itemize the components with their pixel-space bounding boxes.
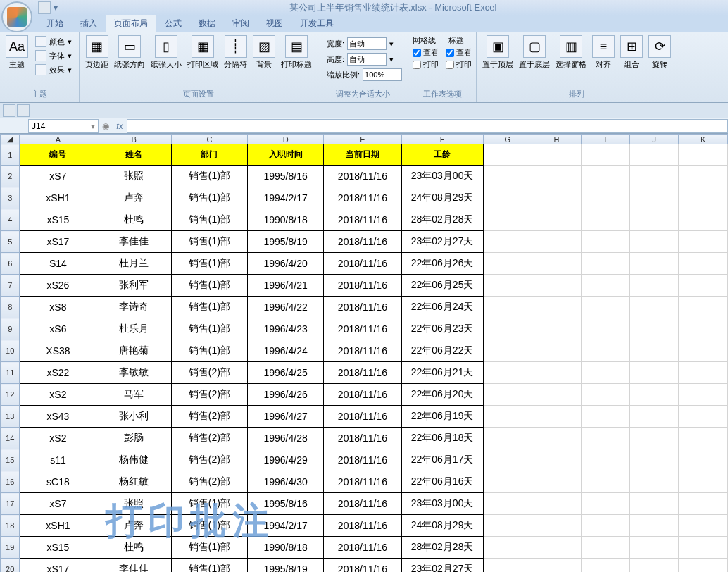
row-header[interactable]: 9 bbox=[1, 318, 20, 340]
bring-front-button[interactable]: ▣置于顶层 bbox=[479, 34, 516, 71]
cell[interactable]: 2018/11/16 bbox=[324, 559, 401, 573]
cell[interactable]: 李佳佳 bbox=[96, 559, 171, 573]
cell[interactable]: 销售(1)部 bbox=[171, 537, 247, 559]
cell[interactable] bbox=[629, 537, 678, 559]
tab-formulas[interactable]: 公式 bbox=[156, 15, 190, 32]
tab-data[interactable]: 数据 bbox=[190, 15, 224, 32]
cell[interactable]: 24年08月29天 bbox=[401, 515, 483, 537]
cell[interactable]: 22年06月24天 bbox=[401, 297, 483, 318]
width-input[interactable] bbox=[347, 37, 387, 50]
headings-view-check[interactable]: 查看 bbox=[446, 47, 472, 58]
cell[interactable] bbox=[532, 515, 582, 537]
cell[interactable] bbox=[532, 187, 582, 209]
cell[interactable] bbox=[581, 449, 629, 471]
cell[interactable] bbox=[483, 362, 532, 384]
cell[interactable] bbox=[679, 428, 728, 449]
table-header-cell[interactable]: 姓名 bbox=[96, 144, 171, 166]
cell[interactable] bbox=[629, 559, 678, 573]
cell[interactable]: 杜鸣 bbox=[96, 537, 171, 559]
cell[interactable] bbox=[483, 209, 532, 231]
cell[interactable] bbox=[532, 362, 582, 384]
selection-pane-button[interactable]: ▥选择窗格 bbox=[553, 34, 589, 71]
cell[interactable] bbox=[483, 318, 532, 340]
table-header-cell[interactable]: 编号 bbox=[20, 144, 96, 166]
cell[interactable] bbox=[629, 449, 678, 471]
cell[interactable] bbox=[532, 275, 582, 297]
cell[interactable]: 2018/11/16 bbox=[324, 449, 401, 471]
cell[interactable]: 2018/11/16 bbox=[324, 493, 401, 515]
cell[interactable] bbox=[629, 253, 678, 275]
tab-insert[interactable]: 插入 bbox=[72, 15, 106, 32]
cell[interactable] bbox=[629, 209, 678, 231]
cell[interactable]: 22年06月17天 bbox=[401, 449, 483, 471]
cell[interactable]: 1996/4/28 bbox=[248, 428, 324, 449]
cell[interactable]: 1994/2/17 bbox=[248, 187, 324, 209]
cell[interactable]: 1994/2/17 bbox=[248, 515, 324, 537]
cell[interactable]: 1996/4/20 bbox=[248, 253, 324, 275]
cell[interactable]: 李佳佳 bbox=[96, 231, 171, 253]
cell[interactable] bbox=[629, 340, 678, 362]
cell[interactable]: 2018/11/16 bbox=[324, 297, 401, 318]
cell[interactable]: 22年06月26天 bbox=[401, 253, 483, 275]
breaks-button[interactable]: ┊分隔符 bbox=[221, 34, 250, 71]
cell[interactable] bbox=[629, 384, 678, 406]
cell[interactable] bbox=[581, 297, 629, 318]
cell[interactable] bbox=[581, 275, 629, 297]
row-header[interactable]: 20 bbox=[1, 559, 20, 573]
cell[interactable] bbox=[679, 471, 728, 493]
cell[interactable] bbox=[532, 537, 582, 559]
fx-dropdown-icon[interactable]: ◉ bbox=[99, 121, 113, 131]
col-header[interactable]: B bbox=[96, 135, 171, 144]
tool-icon[interactable] bbox=[17, 104, 30, 117]
cell[interactable] bbox=[581, 340, 629, 362]
cell[interactable] bbox=[483, 275, 532, 297]
cell[interactable] bbox=[581, 515, 629, 537]
cell[interactable]: 2018/11/16 bbox=[324, 515, 401, 537]
name-box[interactable]: J14 ▾ bbox=[28, 119, 99, 133]
cell[interactable]: xS6 bbox=[20, 318, 96, 340]
cell[interactable] bbox=[679, 515, 728, 537]
cell[interactable]: 销售(2)部 bbox=[171, 449, 247, 471]
cell[interactable]: xS2 bbox=[20, 428, 96, 449]
cell[interactable] bbox=[679, 340, 728, 362]
cell[interactable]: 杨伟健 bbox=[96, 449, 171, 471]
cell[interactable] bbox=[629, 318, 678, 340]
cell[interactable]: 1990/8/18 bbox=[248, 209, 324, 231]
cell[interactable] bbox=[679, 384, 728, 406]
row-header[interactable]: 2 bbox=[1, 166, 20, 187]
fx-icon[interactable]: fx bbox=[113, 121, 127, 131]
cell[interactable] bbox=[581, 318, 629, 340]
cell[interactable] bbox=[532, 559, 582, 573]
cell[interactable]: s11 bbox=[20, 449, 96, 471]
row-header[interactable]: 17 bbox=[1, 493, 20, 515]
cell[interactable]: 销售(1)部 bbox=[171, 253, 247, 275]
cell[interactable]: 销售(2)部 bbox=[171, 362, 247, 384]
cell[interactable] bbox=[679, 493, 728, 515]
cell[interactable] bbox=[629, 275, 678, 297]
cell[interactable]: 22年06月23天 bbox=[401, 318, 483, 340]
cell[interactable]: 1996/4/27 bbox=[248, 406, 324, 428]
cell[interactable]: 销售(1)部 bbox=[171, 209, 247, 231]
effects-button[interactable]: 效果 ▾ bbox=[32, 63, 75, 76]
cell[interactable]: 23年03月00天 bbox=[401, 166, 483, 187]
cell[interactable] bbox=[532, 144, 582, 166]
qat-save-icon[interactable] bbox=[38, 1, 51, 14]
cell[interactable]: S14 bbox=[20, 253, 96, 275]
tab-review[interactable]: 审阅 bbox=[224, 15, 258, 32]
cell[interactable] bbox=[532, 428, 582, 449]
cell[interactable] bbox=[679, 362, 728, 384]
cell[interactable]: 卢奔 bbox=[96, 187, 171, 209]
cell[interactable]: 杜月兰 bbox=[96, 253, 171, 275]
cell[interactable]: 1996/4/29 bbox=[248, 449, 324, 471]
col-header[interactable]: E bbox=[324, 135, 401, 144]
cell[interactable] bbox=[532, 340, 582, 362]
row-header[interactable]: 13 bbox=[1, 406, 20, 428]
cell[interactable] bbox=[532, 209, 582, 231]
col-header[interactable]: I bbox=[581, 135, 629, 144]
cell[interactable]: 22年06月16天 bbox=[401, 471, 483, 493]
cell[interactable]: 2018/11/16 bbox=[324, 362, 401, 384]
cell[interactable]: 杜鸣 bbox=[96, 209, 171, 231]
col-header[interactable]: G bbox=[483, 135, 532, 144]
cell[interactable] bbox=[483, 384, 532, 406]
cell[interactable] bbox=[581, 493, 629, 515]
